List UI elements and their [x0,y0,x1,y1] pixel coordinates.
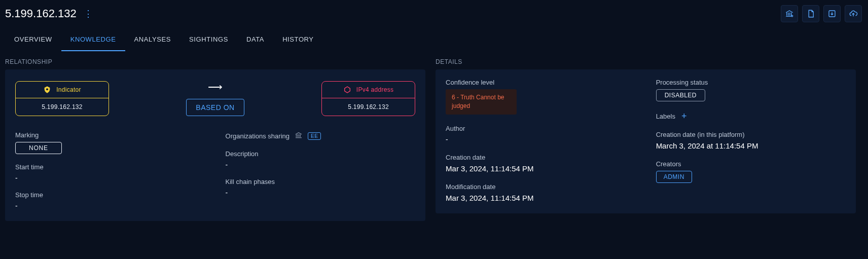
confidence-value: 6 - Truth Cannot be judged [446,89,517,115]
author-label: Author [446,125,636,132]
source-type-label: Indicator [56,86,81,93]
start-time-value: - [15,174,205,182]
description-label: Description [226,150,416,158]
more-menu-icon[interactable]: ⋮ [84,9,93,18]
svg-point-1 [46,88,48,90]
indicator-icon [43,86,51,94]
bank-icon [295,131,303,141]
ipv4-icon [343,86,351,94]
file-icon [806,9,815,18]
file-button[interactable] [802,5,819,22]
killchain-label: Kill chain phases [226,178,416,186]
platform-creation-label: Creation date (in this platform) [656,131,846,138]
start-time-label: Start time [15,163,205,171]
platform-creation-value: March 3, 2024 at 11:14:54 PM [656,141,846,150]
creation-date-label: Creation date [446,154,636,161]
page-title: 5.199.162.132 [5,7,77,20]
relationship-panel: Indicator 5.199.162.132 ⟶ BASED ON IPv4 … [5,69,425,221]
description-value: - [226,161,416,169]
tab-data[interactable]: DATA [237,31,273,51]
add-label-button[interactable]: + [681,112,687,121]
stop-time-label: Stop time [15,191,205,199]
relationship-type-chip[interactable]: BASED ON [186,99,244,116]
tab-analyses[interactable]: ANALYSES [125,31,180,51]
download-button[interactable] [823,5,841,22]
tab-history[interactable]: HISTORY [273,31,323,51]
arrow-right-icon: ⟶ [208,81,223,93]
source-entity-card[interactable]: Indicator 5.199.162.132 [15,81,109,116]
cloud-upload-icon [849,9,858,18]
bank-plus-icon [785,9,794,18]
details-panel: Confidence level 6 - Truth Cannot be jud… [436,69,856,213]
target-entity-card[interactable]: IPv4 address 5.199.162.132 [321,81,415,116]
modification-date-value: Mar 3, 2024, 11:14:54 PM [446,194,636,202]
cloud-button[interactable] [845,5,862,22]
source-value: 5.199.162.132 [16,98,108,116]
marking-label: Marking [15,131,205,139]
tab-sightings[interactable]: SIGHTINGS [180,31,237,51]
confidence-label: Confidence level [446,79,636,86]
creators-label: Creators [656,160,846,168]
tab-overview[interactable]: OVERVIEW [5,31,61,51]
tab-knowledge[interactable]: KNOWLEDGE [61,31,125,51]
svg-marker-2 [344,87,350,93]
author-value: - [446,135,636,143]
modification-date-label: Modification date [446,183,636,191]
relationship-section-label: RELATIONSHIP [5,58,425,69]
target-value: 5.199.162.132 [322,98,415,116]
labels-label: Labels [656,113,675,120]
processing-status-chip: DISABLED [656,89,705,101]
marking-chip[interactable]: NONE [15,142,62,154]
share-org-button[interactable] [781,5,798,22]
creator-chip[interactable]: ADMIN [656,171,692,183]
creation-date-value: Mar 3, 2024, 11:14:54 PM [446,164,636,173]
ee-badge: EE [308,132,321,140]
org-sharing-label: Organizations sharing [226,132,290,140]
details-section-label: DETAILS [436,58,856,69]
processing-status-label: Processing status [656,79,846,86]
target-type-label: IPv4 address [356,86,394,93]
killchain-value: - [226,189,416,197]
stop-time-value: - [15,202,205,210]
download-tray-icon [827,9,837,18]
